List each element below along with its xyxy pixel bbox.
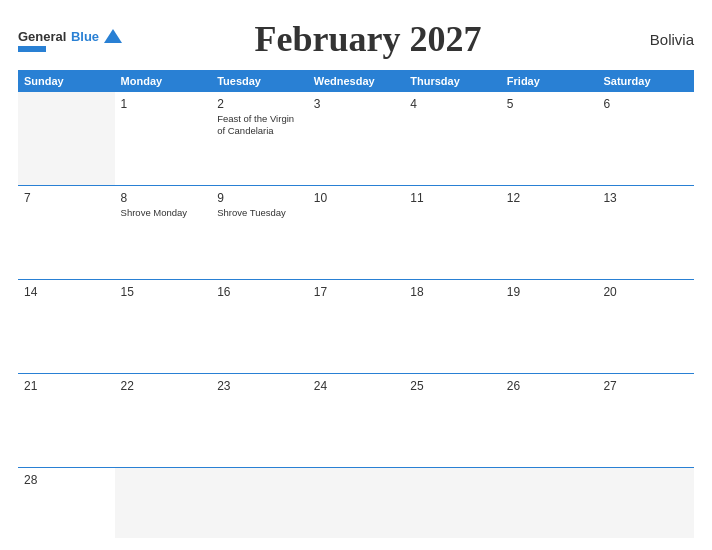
logo-blue: Blue [71,29,99,44]
calendar-title: February 2027 [122,18,614,60]
week-4: 21 22 23 24 25 26 27 [18,374,694,468]
cell-w3-mon: 15 [115,280,212,373]
event-shrove-tuesday: Shrove Tuesday [217,207,302,219]
cell-w2-sat: 13 [597,186,694,279]
cell-w1-tue: 2 Feast of the Virgin of Candelaria [211,92,308,185]
cell-w4-mon: 22 [115,374,212,467]
cell-w5-wed [308,468,405,538]
logo-wordmark: General Blue [18,27,99,45]
header-monday: Monday [115,70,212,92]
header-sunday: Sunday [18,70,115,92]
cell-w5-sun: 28 [18,468,115,538]
week-1: 1 2 Feast of the Virgin of Candelaria 3 … [18,92,694,186]
calendar: Sunday Monday Tuesday Wednesday Thursday… [18,70,694,538]
cell-w4-sun: 21 [18,374,115,467]
cell-w1-thu: 4 [404,92,501,185]
header-saturday: Saturday [597,70,694,92]
cell-w5-sat [597,468,694,538]
cell-w3-fri: 19 [501,280,598,373]
country-label: Bolivia [614,31,694,48]
header-thursday: Thursday [404,70,501,92]
logo: General Blue [18,27,122,52]
header-wednesday: Wednesday [308,70,405,92]
cell-w2-sun: 7 [18,186,115,279]
cell-w1-sat: 6 [597,92,694,185]
event-shrove-monday: Shrove Monday [121,207,206,219]
logo-text-block: General Blue [18,27,122,52]
cell-w5-tue [211,468,308,538]
calendar-header: Sunday Monday Tuesday Wednesday Thursday… [18,70,694,92]
cell-w4-thu: 25 [404,374,501,467]
cell-w3-sun: 14 [18,280,115,373]
cell-w3-sat: 20 [597,280,694,373]
cell-w3-tue: 16 [211,280,308,373]
week-5: 28 [18,468,694,538]
event-candelaria: Feast of the Virgin of Candelaria [217,113,302,138]
header-friday: Friday [501,70,598,92]
cell-w5-thu [404,468,501,538]
header: General Blue February 2027 Bolivia [18,18,694,60]
cell-w1-mon: 1 [115,92,212,185]
cell-w2-mon: 8 Shrove Monday [115,186,212,279]
cell-w3-thu: 18 [404,280,501,373]
week-2: 7 8 Shrove Monday 9 Shrove Tuesday 10 11… [18,186,694,280]
cell-w4-wed: 24 [308,374,405,467]
cell-w4-sat: 27 [597,374,694,467]
logo-general: General [18,29,66,44]
cell-w5-mon [115,468,212,538]
page: General Blue February 2027 Bolivia Sunda… [0,0,712,550]
cell-w2-tue: 9 Shrove Tuesday [211,186,308,279]
cell-w1-sun [18,92,115,185]
cell-w1-wed: 3 [308,92,405,185]
week-3: 14 15 16 17 18 19 20 [18,280,694,374]
cell-w2-fri: 12 [501,186,598,279]
cell-w1-fri: 5 [501,92,598,185]
logo-bar [18,46,46,52]
cell-w4-tue: 23 [211,374,308,467]
cell-w2-thu: 11 [404,186,501,279]
cell-w5-fri [501,468,598,538]
logo-triangle-icon [104,29,122,43]
calendar-body: 1 2 Feast of the Virgin of Candelaria 3 … [18,92,694,538]
header-tuesday: Tuesday [211,70,308,92]
cell-w2-wed: 10 [308,186,405,279]
cell-w3-wed: 17 [308,280,405,373]
cell-w4-fri: 26 [501,374,598,467]
